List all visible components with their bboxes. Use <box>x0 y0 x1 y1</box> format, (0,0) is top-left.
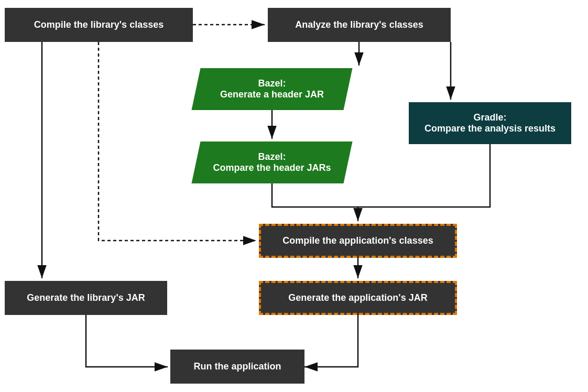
run-app-box: Run the application <box>170 350 304 384</box>
gradle-compare-label: Gradle:Compare the analysis results <box>424 112 556 134</box>
diagram: Compile the library's classes Analyze th… <box>0 0 588 392</box>
bazel-header-jar-label: Bazel:Generate a header JAR <box>204 73 340 105</box>
arrows-svg <box>0 0 588 392</box>
compile-library-box: Compile the library's classes <box>5 8 193 42</box>
generate-app-jar-box: Generate the application's JAR <box>259 281 457 315</box>
analyze-library-label: Analyze the library's classes <box>295 19 423 30</box>
analyze-library-box: Analyze the library's classes <box>268 8 451 42</box>
bazel-compare-headers-box: Bazel:Compare the header JARs <box>191 141 352 183</box>
gradle-compare-box: Gradle:Compare the analysis results <box>409 102 571 144</box>
compile-app-label: Compile the application's classes <box>282 235 433 246</box>
generate-app-jar-label: Generate the application's JAR <box>288 292 427 303</box>
bazel-compare-headers-label: Bazel:Compare the header JARs <box>204 147 340 178</box>
generate-library-jar-box: Generate the library's JAR <box>5 281 167 315</box>
bazel-header-jar-box: Bazel:Generate a header JAR <box>191 68 352 110</box>
compile-library-label: Compile the library's classes <box>34 19 164 30</box>
compile-app-box: Compile the application's classes <box>259 224 457 258</box>
run-app-label: Run the application <box>193 361 281 372</box>
generate-library-jar-label: Generate the library's JAR <box>27 292 145 303</box>
